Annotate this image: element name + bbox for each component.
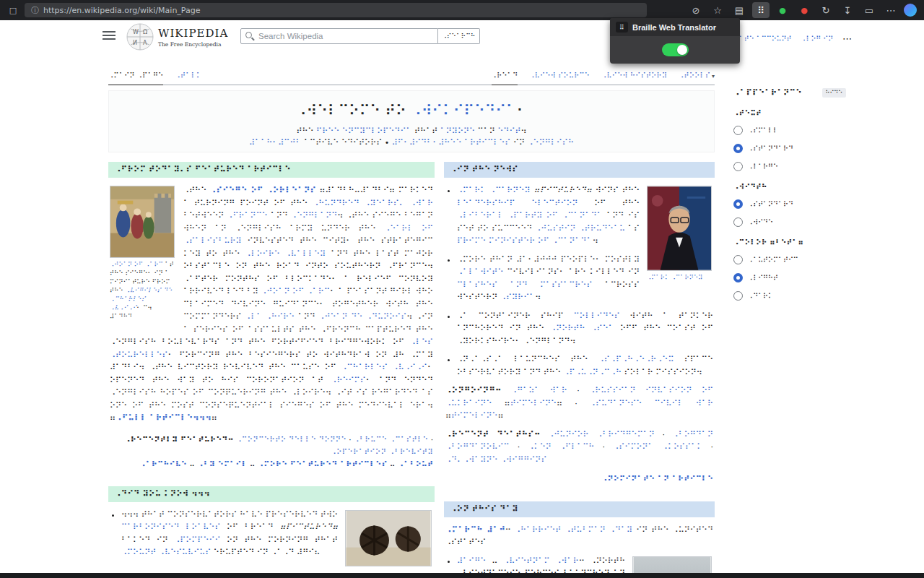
radio-option-small[interactable]: ⠠⠎⠍⠁⠇⠇: [733, 126, 846, 135]
search-button[interactable]: ⠠⠎⠑⠁⠗⠉⠓: [438, 28, 480, 44]
wiki-link[interactable]: ⠁⠝⠽⠕⠝⠑: [440, 126, 475, 136]
wiki-link[interactable]: ⠞⠊⠍⠑⠇⠊⠝⠑: [451, 411, 497, 420]
wiki-link[interactable]: ⠋⠗⠑⠑: [316, 126, 339, 136]
wiki-link[interactable]: ⠠⠚⠥⠎⠞⠊⠝ ⠠⠞⠗⠥⠙⠑⠁⠥: [535, 224, 625, 233]
wiki-link[interactable]: ⠠⠝⠕⠗⠞⠓ ⠠⠎⠑⠁: [550, 324, 614, 333]
wiki-link[interactable]: ⠠⠃⠽ ⠑⠍⠁⠊⠇: [197, 460, 247, 468]
tab-read[interactable]: ⠠⠗⠑⠁⠙: [492, 72, 518, 85]
wiki-link[interactable]: ⠠⠍⠁⠗⠉⠓ ⠼⠁⠚: [445, 525, 505, 535]
more-menu-icon[interactable]: ⋯: [882, 2, 899, 18]
search-input[interactable]: [240, 28, 438, 44]
wiki-link[interactable]: ⠠⠁⠃⠕⠥⠞: [398, 460, 433, 468]
wiki-link[interactable]: ⠠⠁⠗⠉⠓⠊⠧⠑: [139, 460, 187, 468]
profile-avatar[interactable]: [904, 4, 917, 17]
wiki-link[interactable]: ⠠⠗⠑⠊⠍⠎: [331, 376, 365, 385]
wiki-link[interactable]: ⠠⠍⠕⠥⠝⠞ ⠠⠧⠑⠎⠥⠧⠊⠥⠎: [121, 548, 211, 557]
tab-main-page[interactable]: ⠠⠍⠁⠊⠝ ⠠⠏⠁⠛⠑: [108, 72, 163, 85]
radio-option-wide[interactable]: ⠠⠺⠊⠙⠑: [733, 217, 846, 227]
hide-appearance-button[interactable]: ⠓⠊⠙⠑: [822, 88, 846, 98]
wiki-link[interactable]: ⠉⠁⠗⠃⠕⠝⠊⠎⠑⠙ ⠇⠕⠁⠧⠑⠎: [121, 522, 220, 532]
wiki-link[interactable]: ⠠⠺⠊⠅⠊⠏⠑⠙⠊⠁: [411, 102, 516, 119]
wiki-link[interactable]: ⠠⠏⠕⠍⠏⠑⠊⠊: [174, 535, 220, 545]
wiki-link[interactable]: ⠠⠍⠁⠗⠅ ⠠⠉⠁⠗⠝⠑⠽: [647, 274, 702, 281]
wiki-link[interactable]: ⠠⠎⠽⠗⠊⠁: [500, 293, 535, 302]
wiki-link[interactable]: ⠠⠕⠏⠑⠗⠁⠞⠊⠕⠝ ⠠⠃⠗⠑⠧⠊⠞⠽: [331, 447, 433, 456]
braille-extension-icon[interactable]: ⠿: [752, 2, 770, 18]
wikipedia-wordmark[interactable]: WIKIPEDIA The Free Encyclopedia: [158, 27, 228, 48]
wiki-link[interactable]: ⠠⠑⠝⠛⠇⠁⠝⠙: [291, 211, 337, 220]
wiki-link[interactable]: ⠠⠚⠕⠁⠝ ⠕⠋ ⠠⠁⠗⠉: [110, 261, 163, 268]
extension-green-icon[interactable]: ●: [774, 2, 791, 18]
radio-icon[interactable]: [733, 255, 743, 264]
wiki-link[interactable]: ⠑⠝⠉⠽⠉⠇⠕⠏⠑⠙⠊⠁: [342, 126, 412, 136]
radio-option-large[interactable]: ⠠⠇⠁⠗⠛⠑: [733, 162, 846, 171]
wiki-link[interactable]: ⠞⠊⠍⠑⠇⠊⠝⠑: [510, 399, 557, 408]
translator-toggle[interactable]: [662, 43, 689, 56]
wiki-link[interactable]: ⠠⠛⠁⠵⠁ ⠺⠁⠗: [511, 386, 567, 395]
did-you-know-image[interactable]: [345, 510, 432, 566]
wiki-link[interactable]: ⠠⠓⠁⠗⠗⠊⠑⠞ ⠠⠞⠥⠃⠍⠁⠝ ⠠⠙⠁⠽: [515, 525, 632, 535]
wiki-link[interactable]: ⠏⠗⠊⠍⠑ ⠍⠊⠝⠊⠎⠞⠑⠗ ⠕⠋ ⠠⠉⠁⠝⠁⠙⠁: [457, 236, 593, 246]
wiki-link[interactable]: ⠠⠙⠄⠠⠺⠁⠽⠝⠑ ⠠⠺⠊⠛⠛⠊⠝⠎: [445, 455, 546, 465]
wiki-link[interactable]: ⠠⠓⠥⠝⠙⠗⠑⠙ ⠠⠽⠑⠁⠗⠎⠄ ⠠⠺⠁⠗: [313, 199, 433, 208]
featured-article-image[interactable]: [110, 186, 175, 258]
extension-red-icon[interactable]: ●: [796, 2, 813, 18]
address-bar[interactable]: ⓘ https://en.wikipedia.org/wiki/Main_Pag…: [25, 3, 647, 17]
radio-icon[interactable]: [733, 273, 743, 282]
radio-option-standard[interactable]: ⠠⠎⠞⠁⠝⠙⠁⠗⠙: [733, 144, 846, 153]
tab-tools[interactable]: ⠠⠞⠕⠕⠇⠎▾: [679, 72, 715, 79]
radio-option-automatic[interactable]: ⠠⠁⠥⠞⠕⠍⠁⠞⠊⠉: [733, 255, 846, 264]
wiki-link[interactable]: ⠠⠏⠠⠥⠠⠝⠠⠉⠠⠓: [563, 368, 622, 377]
wiki-link[interactable]: ⠠⠚⠑⠁⠝ ⠙⠑ ⠠⠙⠥⠝⠕⠊⠎: [318, 312, 406, 322]
window-icon[interactable]: □: [7, 6, 19, 15]
radio-icon[interactable]: [733, 144, 743, 153]
wiki-link[interactable]: ⠠⠚⠕⠁⠝ ⠕⠋ ⠠⠁⠗⠉: [261, 287, 330, 296]
wiki-link[interactable]: ⠼⠁⠁⠓⠂⠼⠉⠚⠃: [249, 138, 302, 147]
wiki-link[interactable]: ⠑⠙⠊⠞: [497, 126, 520, 136]
nominate-article-link[interactable]: ⠠⠝⠕⠍⠊⠝⠁⠞⠑ ⠁⠝ ⠁⠗⠞⠊⠉⠇⠑: [445, 473, 713, 486]
tab-talk[interactable]: ⠠⠞⠁⠇⠅: [175, 72, 201, 79]
radio-option-light[interactable]: ⠠⠇⠊⠛⠓⠞: [733, 273, 846, 282]
wiki-link[interactable]: ⠁⠗⠞⠊⠉⠇⠑⠎: [464, 138, 510, 147]
on-this-day-image[interactable]: [632, 556, 712, 574]
wiki-link[interactable]: ⠼⠁⠊⠛⠑: [457, 556, 486, 566]
wiki-link[interactable]: ⠠⠎⠠⠏⠠⠓⠠⠑⠠⠗⠠⠑⠭: [598, 355, 674, 364]
log-in-link[interactable]: ⠠⠇⠕⠛ ⠊⠝: [801, 35, 833, 43]
tab-view-history[interactable]: ⠠⠧⠊⠑⠺ ⠓⠊⠎⠞⠕⠗⠽: [601, 72, 667, 79]
collections-icon[interactable]: ▤: [731, 2, 748, 18]
favorites-star-icon[interactable]: ☆: [709, 2, 726, 18]
downloads-icon[interactable]: ↧: [839, 2, 856, 18]
wikipedia-globe-logo[interactable]: W Ω И A: [126, 23, 154, 53]
wiki-link[interactable]: ⠠⠃⠗⠥⠉⠑ ⠠⠉⠁⠎⠞⠇⠑: [354, 435, 428, 444]
news-portrait-image[interactable]: [647, 186, 712, 271]
reader-mode-icon[interactable]: ⊘: [687, 2, 705, 18]
radio-option-standard[interactable]: ⠠⠎⠞⠁⠝⠙⠁⠗⠙: [733, 199, 846, 209]
wiki-link[interactable]: ⠠⠇⠕⠊⠗⠑ ⠠⠧⠁⠇⠇⠑⠽: [245, 249, 326, 259]
wiki-link[interactable]: ⠇⠑⠁⠙⠑⠗⠎⠓⠊⠏ ⠑⠇⠑⠉⠞⠊⠕⠝: [457, 199, 578, 208]
site-info-icon[interactable]: ⓘ: [31, 5, 39, 16]
wiki-link[interactable]: ⠠⠎⠊⠑⠛⠑ ⠕⠋ ⠠⠕⠗⠇⠑⠁⠝⠎: [210, 186, 316, 195]
wiki-link[interactable]: ⠉⠕⠇⠇⠊⠙⠑⠎: [573, 311, 619, 321]
wiki-link[interactable]: ⠠⠎⠥⠙⠁⠝⠑⠎⠑ ⠉⠊⠧⠊⠇ ⠺⠁⠗: [590, 399, 713, 408]
wiki-link[interactable]: ⠠⠑⠝⠛⠇⠊⠎⠓: [528, 138, 574, 147]
wiki-link[interactable]: ⠼⠋⠂⠼⠊⠙⠃⠂⠼⠓⠑⠑: [392, 138, 462, 147]
wiki-link[interactable]: ⠠⠍⠁⠗⠅ ⠠⠉⠁⠗⠝⠑⠽: [457, 186, 531, 195]
wiki-link[interactable]: ⠠⠋⠥⠇⠇ ⠁⠗⠞⠊⠉⠇⠑⠲⠲⠲: [116, 413, 212, 423]
wiki-link[interactable]: ⠠⠋⠗⠁⠝⠉⠑: [227, 211, 267, 220]
tab-view-source[interactable]: ⠠⠧⠊⠑⠺ ⠎⠕⠥⠗⠉⠑: [529, 72, 590, 79]
wiki-link[interactable]: ⠠⠎⠊⠍⠕⠝⠁ ⠠⠅⠕⠎⠎⠁⠅: [613, 442, 702, 452]
toggle-knob[interactable]: [677, 45, 687, 55]
radio-option-dark[interactable]: ⠠⠙⠁⠗⠅: [733, 291, 846, 301]
radio-icon[interactable]: [733, 199, 743, 209]
radio-icon[interactable]: [733, 217, 743, 227]
menu-hamburger-icon[interactable]: [103, 31, 116, 41]
wiki-link[interactable]: ⠠⠇⠊⠃⠑⠗⠁⠇ ⠠⠏⠁⠗⠞⠽ ⠕⠋ ⠠⠉⠁⠝⠁⠙⠁: [457, 211, 603, 220]
more-options-icon[interactable]: ⋯: [842, 33, 852, 44]
radio-icon[interactable]: [733, 291, 743, 301]
wiki-link[interactable]: ⠠⠉⠓⠁⠗⠇⠑⠎ ⠠⠧⠠⠊⠠⠊: [341, 363, 427, 372]
capture-icon[interactable]: ▭: [860, 2, 878, 18]
radio-icon[interactable]: [733, 162, 743, 171]
wiki-link[interactable]: ⠠⠅⠑⠝ ⠠⠋⠇⠁⠉⠓: [528, 442, 595, 452]
wiki-link[interactable]: ⠠⠧⠊⠑⠞⠝⠁⠍ ⠠⠺⠁⠗: [503, 556, 579, 566]
wiki-link[interactable]: ⠉⠇⠁⠎⠓⠑⠎ ⠁⠝⠙ ⠍⠁⠎⠎⠁⠉⠗⠑⠎: [457, 280, 592, 290]
